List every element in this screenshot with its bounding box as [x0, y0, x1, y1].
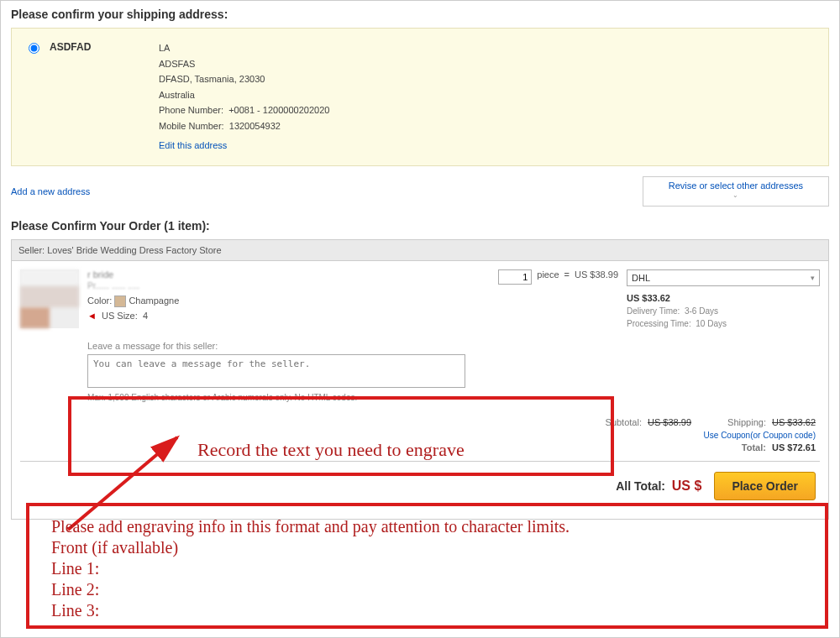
eq-label: =: [564, 269, 570, 280]
revise-address-button[interactable]: Revise or select other addresses ⌄: [643, 176, 829, 207]
quantity-input[interactable]: [498, 269, 532, 285]
address-country: Australia: [159, 88, 329, 103]
total-row: Total: US $72.61: [20, 442, 816, 452]
shipping-method: DHL: [632, 273, 650, 283]
delivery-time: Delivery Time: 3-6 Days: [627, 306, 820, 316]
message-label: Leave a message for this seller:: [87, 341, 820, 351]
order-title: Please Confirm Your Order (1 item):: [11, 219, 829, 233]
edit-address-link[interactable]: Edit this address: [159, 139, 227, 154]
address-line2: ADSFAS: [159, 57, 329, 72]
address-details: LA ADSFAS DFASD, Tasmania, 23030 Austral…: [159, 41, 329, 153]
color-row: Color: Champagne: [87, 295, 490, 307]
product-info: r bride Pr...... ...... ..... Color: Cha…: [87, 269, 490, 328]
address-name: ASDFAD: [50, 41, 159, 53]
chevron-down-icon: ⌄: [669, 191, 803, 199]
address-radio[interactable]: [29, 43, 39, 56]
product-title: r bride: [87, 269, 490, 280]
message-block: Leave a message for this seller: Max. 1,…: [87, 341, 820, 402]
add-address-link[interactable]: Add a new address: [11, 186, 90, 196]
address-box: ASDFAD LA ADSFAS DFASD, Tasmania, 23030 …: [11, 28, 829, 166]
order-footer: All Total: US $ Place Order: [20, 461, 820, 510]
address-phone: Phone Number: +0081 - 1200000202020: [159, 103, 329, 118]
coupon-row: Use Coupon(or Coupon code): [20, 430, 816, 440]
processing-time: Processing Time: 10 Days: [627, 319, 820, 328]
address-line1: LA: [159, 41, 329, 56]
revise-label: Revise or select other addresses: [669, 180, 803, 191]
address-line3: DFASD, Tasmania, 23030: [159, 72, 329, 87]
quantity-column: piece = US $38.99: [498, 269, 618, 328]
annotation-line2: Line 2:: [51, 580, 99, 599]
message-hint: Max. 1,500 English characters or Arabic …: [87, 393, 820, 402]
place-order-button[interactable]: Place Order: [714, 472, 816, 500]
message-textarea[interactable]: [87, 354, 465, 388]
shipping-title: Please confirm your shipping address:: [11, 8, 829, 21]
subtotal-row: Subtotal: US $38.99: [606, 417, 691, 427]
shipping-column: DHL ▾ US $33.62 Delivery Time: 3-6 Days …: [627, 269, 820, 328]
piece-label: piece: [537, 269, 559, 280]
chevron-down-icon: ▾: [811, 274, 815, 282]
totals: Subtotal: US $38.99 Shipping: US $33.62 …: [20, 417, 820, 452]
color-swatch: [114, 295, 126, 307]
product-thumbnail: [20, 269, 79, 328]
annotation-line1: Line 1:: [51, 559, 99, 578]
triangle-icon: ◄: [87, 311, 97, 321]
order-body: r bride Pr...... ...... ..... Color: Cha…: [11, 261, 829, 520]
address-mobile: Mobile Number: 1320054932: [159, 119, 329, 134]
shipping-select[interactable]: DHL ▾: [627, 269, 820, 286]
checkout-page: Please confirm your shipping address: AS…: [0, 0, 840, 638]
shipping-price: US $33.62: [627, 293, 820, 303]
all-total: All Total: US $: [616, 478, 701, 494]
annotation-format-line2: Front (if avallable): [51, 538, 178, 557]
annotation-line3: Line 3:: [51, 601, 99, 620]
product-subtitle: Pr...... ...... .....: [87, 281, 490, 290]
seller-bar: Seller: Loves' Bride Wedding Dress Facto…: [11, 239, 829, 261]
coupon-link[interactable]: Use Coupon(or Coupon code): [704, 431, 816, 440]
unit-price: US $38.99: [575, 269, 618, 280]
size-row: ◄ US Size: 4: [87, 311, 490, 321]
shipping-row: Shipping: US $33.62: [727, 417, 816, 427]
